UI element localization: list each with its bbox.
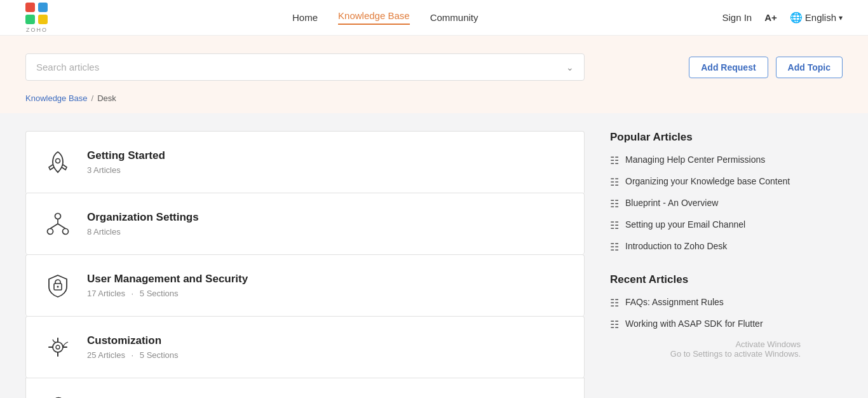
topic-org-settings-info: Organization Settings 8 Articles	[87, 211, 569, 237]
popular-article-title-3: Setting up your Email Channel	[625, 219, 745, 231]
topic-user-management-title: User Management and Security	[87, 273, 569, 285]
add-request-button[interactable]: Add Request	[689, 57, 768, 78]
activate-windows-line1: Activate Windows	[610, 340, 801, 349]
wrench-icon	[41, 331, 74, 364]
topic-customization-meta: 25 Articles · 5 Sections	[87, 350, 569, 360]
globe-icon: 🌐	[790, 11, 803, 24]
topic-getting-started[interactable]: Getting Started 3 Articles	[25, 131, 585, 193]
search-row: Search articles ⌄ Add Request Add Topic	[25, 53, 843, 81]
nav-links: Home Knowledge Base Community	[292, 10, 478, 25]
activate-windows-line2: Go to Settings to activate Windows.	[610, 349, 801, 359]
topic-org-settings-meta: 8 Articles	[87, 227, 569, 237]
popular-article-title-0: Managing Help Center Permissions	[625, 154, 765, 167]
article-icon-0: ☷	[610, 154, 619, 167]
recent-article-0[interactable]: ☷ FAQs: Assignment Rules	[610, 296, 801, 309]
svg-point-0	[56, 159, 60, 163]
article-icon-recent-1: ☷	[610, 319, 619, 331]
topic-user-management[interactable]: User Management and Security 17 Articles…	[25, 254, 585, 316]
popular-article-title-1: Organizing your Knowledge base Content	[625, 175, 790, 188]
breadcrumb-home[interactable]: Knowledge Base	[25, 93, 88, 103]
svg-point-6	[53, 342, 63, 352]
popular-articles-heading: Popular Articles	[610, 131, 801, 144]
top-nav: ZOHO Home Knowledge Base Community Sign …	[0, 0, 868, 36]
logo-text: ZOHO	[26, 27, 48, 33]
popular-article-4[interactable]: ☷ Introduction to Zoho Desk	[610, 240, 801, 253]
article-icon-recent-0: ☷	[610, 297, 619, 309]
nav-community[interactable]: Community	[430, 12, 478, 23]
popular-article-1[interactable]: ☷ Organizing your Knowledge base Content	[610, 175, 801, 188]
recent-articles-heading: Recent Articles	[610, 273, 801, 286]
nav-right: Sign In A+ 🌐 English ▾	[722, 11, 843, 24]
article-icon-2: ☷	[610, 198, 619, 210]
activate-windows-overlay: Activate Windows Go to Settings to activ…	[610, 340, 801, 359]
topic-customization[interactable]: Customization 25 Articles · 5 Sections	[25, 316, 585, 378]
logo-sq-blue	[38, 3, 48, 12]
popular-articles-section: Popular Articles ☷ Managing Help Center …	[610, 131, 801, 253]
sign-in-link[interactable]: Sign In	[722, 12, 752, 23]
breadcrumb-separator: /	[92, 93, 94, 103]
topics-section: Getting Started 3 Articles Organization …	[25, 131, 585, 398]
topic-getting-started-info: Getting Started 3 Articles	[87, 149, 569, 175]
add-topic-button[interactable]: Add Topic	[776, 57, 843, 78]
svg-point-1	[55, 214, 61, 219]
topic-customization-info: Customization 25 Articles · 5 Sections	[87, 334, 569, 360]
recent-article-1[interactable]: ☷ Working with ASAP SDK for Flutter	[610, 318, 801, 331]
popular-article-2[interactable]: ☷ Blueprint - An Overview	[610, 197, 801, 210]
sidebar: Popular Articles ☷ Managing Help Center …	[610, 131, 801, 398]
language-selector[interactable]: 🌐 English ▾	[790, 11, 843, 24]
logo-sq-red	[25, 3, 35, 12]
language-label: English	[805, 12, 836, 23]
topic-org-settings[interactable]: Organization Settings 8 Articles	[25, 193, 585, 254]
rocket-icon	[41, 146, 74, 179]
article-icon-3: ☷	[610, 219, 619, 231]
breadcrumb: Knowledge Base / Desk	[0, 93, 868, 113]
topic-automation[interactable]: Automation	[25, 378, 585, 398]
hero-band: Search articles ⌄ Add Request Add Topic	[0, 36, 868, 93]
breadcrumb-current: Desk	[97, 93, 116, 103]
popular-article-title-2: Blueprint - An Overview	[625, 197, 718, 210]
logo-sq-green	[25, 15, 35, 24]
action-buttons: Add Request Add Topic	[689, 57, 843, 78]
recent-articles-section: Recent Articles ☷ FAQs: Assignment Rules…	[610, 273, 801, 359]
search-box[interactable]: Search articles ⌄	[25, 53, 585, 81]
logo: ZOHO	[25, 3, 48, 33]
topic-getting-started-meta: 3 Articles	[87, 165, 569, 175]
svg-point-7	[56, 345, 60, 349]
topic-org-settings-title: Organization Settings	[87, 211, 569, 224]
popular-article-0[interactable]: ☷ Managing Help Center Permissions	[610, 154, 801, 167]
svg-point-3	[63, 229, 69, 235]
topic-customization-title: Customization	[87, 334, 569, 347]
recent-article-title-0: FAQs: Assignment Rules	[625, 296, 724, 309]
main-content: Getting Started 3 Articles Organization …	[0, 113, 868, 398]
svg-point-5	[57, 286, 59, 288]
font-size-button[interactable]: A+	[764, 12, 777, 23]
popular-article-3[interactable]: ☷ Setting up your Email Channel	[610, 219, 801, 231]
shield-icon	[41, 269, 74, 302]
org-icon	[41, 207, 74, 240]
gear-icon	[41, 392, 74, 398]
article-icon-1: ☷	[610, 176, 619, 188]
topic-user-management-info: User Management and Security 17 Articles…	[87, 273, 569, 298]
logo-sq-yellow	[38, 15, 48, 24]
nav-knowledge-base[interactable]: Knowledge Base	[338, 10, 410, 25]
topic-user-management-meta: 17 Articles · 5 Sections	[87, 289, 569, 298]
recent-article-title-1: Working with ASAP SDK for Flutter	[625, 318, 763, 331]
popular-article-title-4: Introduction to Zoho Desk	[625, 240, 727, 253]
search-chevron-icon: ⌄	[566, 62, 574, 72]
svg-point-2	[48, 229, 53, 235]
topic-getting-started-title: Getting Started	[87, 149, 569, 162]
article-icon-4: ☷	[610, 241, 619, 253]
language-chevron-icon: ▾	[839, 13, 843, 22]
nav-home[interactable]: Home	[292, 12, 318, 23]
search-placeholder: Search articles	[36, 62, 99, 72]
